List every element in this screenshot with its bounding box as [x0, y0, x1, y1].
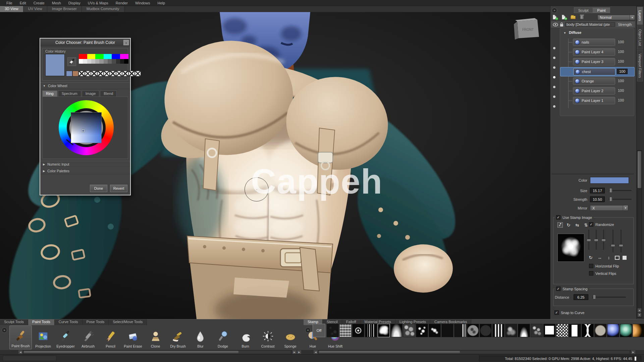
menu-render[interactable]: Render	[112, 1, 131, 5]
layer-visibility-dot[interactable]	[553, 47, 555, 49]
scrollbar-thumb[interactable]	[638, 151, 641, 188]
side-tab-layers[interactable]: Layers	[637, 7, 643, 25]
tool-dodge[interactable]: Dodge	[212, 325, 234, 349]
lock-icon[interactable]	[560, 22, 564, 27]
layer-group-diffuse[interactable]: ▼ Diffuse	[564, 31, 581, 35]
stamp-thumb-noise-dense[interactable]	[531, 324, 543, 337]
empty-swatch[interactable]	[135, 71, 141, 76]
side-tab-viewport-filters[interactable]: Viewport Filters	[637, 50, 643, 81]
random-rotate-icon[interactable]: ↻	[588, 255, 594, 260]
stamp-thumb-dots[interactable]	[416, 324, 428, 337]
wheel-tab-spectrum[interactable]: Spectrum	[58, 90, 81, 97]
random-v-icon[interactable]: ↕	[606, 255, 612, 260]
palette-swatch[interactable]	[79, 59, 83, 64]
stamp-thumb-blob[interactable]	[594, 324, 606, 337]
export-stamp-icon[interactable]	[615, 256, 620, 260]
stamp-thumb-blocks[interactable]	[556, 324, 568, 337]
snap-to-curve-checkbox[interactable]: ✓	[554, 310, 559, 315]
palette-swatch[interactable]	[112, 59, 116, 64]
history-swatch[interactable]	[66, 71, 72, 76]
empty-swatch[interactable]	[128, 71, 135, 76]
saturation-value-box[interactable]	[71, 112, 102, 143]
stamp-tray-menu-icon[interactable]: »	[305, 327, 311, 333]
scroll-right-icon[interactable]: ▶	[292, 350, 297, 354]
stamp-preview[interactable]	[557, 234, 584, 262]
color-wheel-section[interactable]: ▼ Color Wheel	[40, 82, 130, 89]
distance-field[interactable]: 6.25	[574, 294, 588, 300]
layer-row-paint-layer-3[interactable]: Paint Layer 3100	[560, 57, 635, 67]
stamp-thumb-fractal[interactable]	[378, 324, 390, 337]
stamp-thumb-white-square[interactable]	[543, 324, 555, 337]
revert-button[interactable]: Revert	[110, 185, 127, 192]
stamp-thumb-halfmoon[interactable]	[518, 324, 530, 337]
new-layer-icon[interactable]: +	[552, 14, 558, 20]
wheel-tab-blend[interactable]: Blend	[100, 90, 117, 97]
empty-swatch[interactable]	[78, 71, 85, 76]
stamp-thumb-white-rect[interactable]	[569, 324, 581, 337]
palette-swatch[interactable]	[95, 54, 104, 59]
slider-knob[interactable]	[619, 244, 623, 247]
tool-tray-menu-icon[interactable]: »	[2, 327, 7, 333]
empty-swatch[interactable]	[97, 71, 104, 76]
tool-clone[interactable]: Clone	[144, 325, 167, 349]
distance-slider[interactable]	[592, 297, 626, 298]
stamp-eyedropper-icon[interactable]	[557, 222, 563, 228]
palette-swatch[interactable]	[108, 59, 112, 64]
menu-windows[interactable]: Windows	[131, 1, 154, 5]
scroll-down-icon[interactable]: ▼	[638, 313, 641, 317]
layer-visibility-dot[interactable]	[553, 66, 555, 69]
empty-swatch[interactable]	[122, 71, 128, 76]
tray-tab-paint-tools[interactable]: Paint Tools	[28, 319, 55, 325]
tool-blur[interactable]: Blur	[189, 325, 212, 349]
scroll-left-icon[interactable]: ◀	[18, 350, 22, 354]
stamp-flip-h-icon[interactable]: ⇆	[574, 223, 580, 228]
palette-swatch[interactable]	[124, 59, 128, 64]
menu-file[interactable]: File	[3, 1, 16, 5]
vertical-flip-checkbox[interactable]	[589, 271, 593, 276]
stamps-scrollbar[interactable]	[318, 350, 630, 354]
tool-paint-brush[interactable]: Paint Brush	[9, 325, 32, 349]
stamp-off-button[interactable]: Off	[313, 324, 325, 337]
stamps-scroll-left-icon[interactable]: ◀	[314, 350, 318, 354]
dialog-title-bar[interactable]: Color Chooser: Paint Brush Color x	[40, 39, 130, 47]
stamp-thumb-streaks[interactable]	[365, 324, 377, 337]
eyedropper-icon[interactable]	[67, 57, 76, 66]
layer-visibility-dot[interactable]	[553, 105, 555, 108]
size-slider[interactable]	[609, 190, 632, 191]
view-tab-mudbox-community[interactable]: Mudbox Community	[82, 6, 124, 12]
view-tab-image-browser[interactable]: Image Browser	[47, 6, 82, 12]
palette-swatch[interactable]	[116, 59, 120, 64]
side-tab-object-list[interactable]: Object List	[637, 25, 643, 50]
palette-swatch[interactable]	[83, 59, 87, 64]
tray-tab-select-move-tools[interactable]: Select/Move Tools	[109, 319, 147, 325]
palette-swatch[interactable]	[95, 59, 99, 64]
stamp-thumb-splatter[interactable]	[429, 324, 441, 337]
tool-sponge[interactable]: Sponge	[279, 325, 302, 349]
stamp-solid-icon[interactable]	[623, 256, 627, 260]
strength-slider[interactable]	[609, 199, 632, 200]
blend-mode-dropdown[interactable]: Normal ▼	[597, 15, 635, 20]
view-tab-3d-view[interactable]: 3D View	[0, 6, 23, 12]
tool-airbrush[interactable]: Airbrush	[77, 325, 99, 349]
tool-pencil[interactable]: Pencil	[99, 325, 122, 349]
sv-selector[interactable]	[82, 129, 85, 132]
layer-pill[interactable]: Paint Layer 2	[573, 87, 615, 95]
numeric-input-section[interactable]: ▶ Numeric Input	[40, 161, 130, 168]
object-name-field[interactable]: body [Default Material (pte	[565, 22, 615, 27]
layer-row-nails[interactable]: nails100	[560, 38, 635, 47]
empty-swatch[interactable]	[110, 71, 116, 76]
palette-swatch[interactable]	[104, 59, 108, 64]
stamp-thumb-moon[interactable]	[467, 324, 479, 337]
stamps-scroll-right-icon[interactable]: ▶	[631, 350, 635, 354]
wheel-tab-image[interactable]: Image	[82, 90, 100, 97]
menu-help[interactable]: Help	[154, 1, 169, 5]
randomize-checkbox[interactable]: ✓	[589, 222, 593, 227]
stamp-thumb-noise[interactable]	[505, 324, 517, 337]
layer-row-paint-layer-2[interactable]: Paint Layer 2100	[560, 86, 635, 96]
menu-edit[interactable]: Edit	[16, 1, 30, 5]
layer-row-paint-layer-4[interactable]: Paint Layer 4100	[560, 48, 635, 57]
randomize-slider[interactable]	[588, 230, 589, 250]
mode-tab-paint[interactable]: Paint	[593, 7, 610, 13]
delete-layer-icon[interactable]	[579, 14, 585, 20]
layer-row-chest[interactable]: chest100+	[560, 67, 635, 76]
